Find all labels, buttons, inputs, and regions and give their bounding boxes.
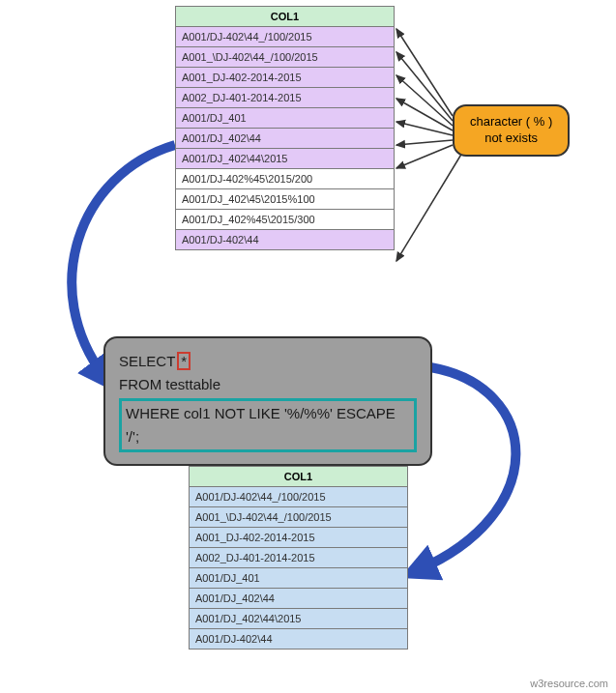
table-row: A001/DJ-402%45\2015/200: [176, 169, 395, 189]
sql-where-line-wrap: WHERE col1 NOT LIKE '%/%%' ESCAPE '/';: [119, 396, 417, 452]
sql-where-clause: WHERE col1 NOT LIKE '%/%%' ESCAPE '/';: [119, 398, 417, 452]
table-row: A001/DJ_402\44: [176, 129, 395, 149]
table-row: A001/DJ-402\44_/100/2015: [190, 487, 408, 507]
table-row: A001/DJ-402\44: [176, 230, 395, 250]
sql-from-line: FROM testtable: [119, 373, 417, 396]
svg-line-4: [396, 122, 453, 135]
table-row: A001_DJ-402-2014-2015: [190, 528, 408, 548]
callout-note: character ( % ) not exists: [453, 104, 570, 157]
svg-line-2: [396, 75, 453, 126]
sql-star-box: *: [177, 352, 191, 370]
table-row: A001/DJ-402\44: [190, 629, 408, 650]
result-table: COL1 A001/DJ-402\44_/100/2015 A001_\DJ-4…: [189, 466, 408, 650]
svg-line-0: [396, 29, 453, 116]
diagram-canvas: COL1 A001/DJ-402\44_/100/2015 A001_\DJ-4…: [0, 0, 616, 693]
table-row: A001_\DJ-402\44_/100/2015: [176, 47, 395, 68]
svg-line-7: [396, 153, 462, 261]
table-row: A001/DJ_402%45\2015/300: [176, 210, 395, 230]
sql-from-kw: FROM: [119, 376, 161, 392]
watermark: w3resource.com: [530, 678, 608, 689]
table-row: A001/DJ_402\44\2015: [176, 149, 395, 169]
table-row: A001/DJ_402\44\2015: [190, 609, 408, 629]
table-row: A001_DJ-402-2014-2015: [176, 68, 395, 88]
sql-select-line: SELECT*: [119, 350, 417, 373]
svg-line-5: [396, 140, 453, 145]
table-row: A001/DJ_401: [176, 108, 395, 129]
source-table-header: COL1: [176, 7, 395, 27]
table-row: A001/DJ_401: [190, 568, 408, 589]
table-row: A001/DJ-402\44_/100/2015: [176, 27, 395, 47]
svg-line-3: [396, 99, 453, 130]
sql-select-kw: SELECT: [119, 353, 175, 369]
table-row: A001/DJ_402\45\2015%100: [176, 189, 395, 210]
sql-table-name: testtable: [165, 376, 220, 392]
table-row: A002_DJ-401-2014-2015: [176, 88, 395, 108]
callout-line2: not exists: [470, 130, 552, 147]
svg-line-6: [396, 145, 453, 168]
source-table: COL1 A001/DJ-402\44_/100/2015 A001_\DJ-4…: [175, 6, 395, 250]
table-row: A002_DJ-401-2014-2015: [190, 548, 408, 568]
svg-line-1: [396, 52, 453, 121]
sql-box: SELECT* FROM testtable WHERE col1 NOT LI…: [103, 336, 432, 466]
table-row: A001/DJ_402\44: [190, 589, 408, 609]
result-table-header: COL1: [190, 467, 408, 487]
callout-line1: character ( % ): [470, 114, 552, 130]
table-row: A001_\DJ-402\44_/100/2015: [190, 507, 408, 528]
